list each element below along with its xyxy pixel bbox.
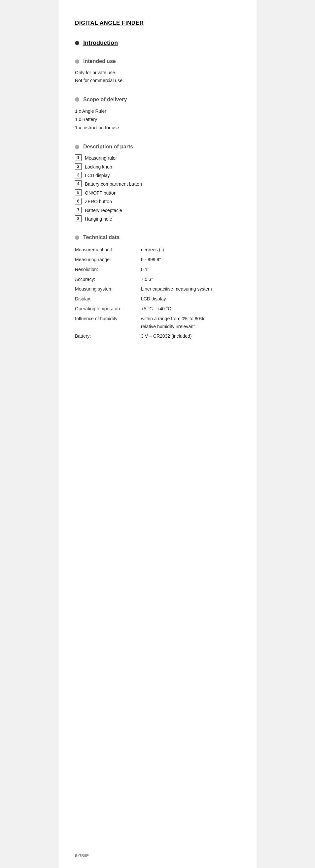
page: DIGITAL ANGLE FINDER Introduction Intend…: [58, 0, 257, 868]
introduction-title: Introduction: [83, 39, 118, 46]
part-number: 4: [75, 180, 82, 187]
tech-label: Influence of humidity:: [75, 314, 141, 332]
tech-value: 0 - 999.9°: [141, 255, 240, 265]
tech-label: Accuracy:: [75, 275, 141, 285]
tech-value: LCD display: [141, 294, 240, 304]
table-row: Operating temperature:+5 °C - +40 °C: [75, 304, 240, 314]
part-number: 5: [75, 189, 82, 196]
tech-value: 3 V ⎓ CR2032 (included): [141, 332, 240, 341]
bullet-tech: [75, 236, 79, 240]
tech-label: Display:: [75, 294, 141, 304]
table-row: Measuring system:Liner capacitive measur…: [75, 284, 240, 294]
tech-label: Battery:: [75, 332, 141, 341]
part-number: 1: [75, 154, 82, 161]
section-technical-data: Technical data Measurement unit:degrees …: [75, 235, 240, 341]
part-label: ON/OFF button: [85, 189, 117, 196]
list-item: 1Measuring ruler: [75, 154, 240, 162]
tech-label: Measurement unit:: [75, 245, 141, 255]
part-label: LCD display: [85, 172, 110, 179]
scope-title: Scope of delivery: [83, 97, 127, 102]
tech-value: Liner capacitive measuring system: [141, 284, 240, 294]
section-intended-use: Intended use Only for private use. Not f…: [75, 58, 240, 85]
tech-title: Technical data: [83, 235, 119, 240]
parts-body: 1Measuring ruler2Locking knob3LCD displa…: [75, 154, 240, 223]
part-number: 7: [75, 207, 82, 213]
tech-label: Resolution:: [75, 265, 141, 275]
table-row: Measuring range:0 - 999.9°: [75, 255, 240, 265]
part-number: 3: [75, 172, 82, 178]
tech-header: Technical data: [75, 235, 240, 240]
tech-table: Measurement unit:degrees (°)Measuring ra…: [75, 245, 240, 341]
tech-label: Measuring range:: [75, 255, 141, 265]
bullet-parts: [75, 145, 79, 149]
intended-use-body: Only for private use. Not for commercial…: [75, 69, 240, 85]
parts-header: Description of parts: [75, 144, 240, 150]
table-row: Display:LCD display: [75, 294, 240, 304]
table-row: Battery:3 V ⎓ CR2032 (included): [75, 332, 240, 341]
table-row: Resolution:0.1°: [75, 265, 240, 275]
scope-header: Scope of delivery: [75, 97, 240, 102]
part-label: Hanging hole: [85, 215, 112, 223]
list-item: 4Battery compartment button: [75, 180, 240, 188]
main-title: DIGITAL ANGLE FINDER: [75, 20, 240, 26]
intended-use-line-2: Not for commercial use.: [75, 77, 240, 85]
table-row: Accuracy:± 0.3°: [75, 275, 240, 285]
footer: 6 GB/IE: [75, 854, 89, 858]
part-number: 6: [75, 198, 82, 205]
bullet-intended-use: [75, 59, 79, 64]
intended-use-title: Intended use: [83, 58, 116, 64]
tech-value: degrees (°): [141, 245, 240, 255]
list-item: 1 x Battery: [75, 116, 240, 124]
list-item: 5ON/OFF button: [75, 189, 240, 196]
tech-value: +5 °C - +40 °C: [141, 304, 240, 314]
table-row: Influence of humidity:within a range fro…: [75, 314, 240, 332]
list-item: 7Battery receptacle: [75, 207, 240, 214]
intended-use-header: Intended use: [75, 58, 240, 64]
delivery-list: 1 x Angle Ruler 1 x Battery 1 x Instruct…: [75, 107, 240, 132]
intended-use-line-1: Only for private use.: [75, 69, 240, 77]
section-description-of-parts: Description of parts 1Measuring ruler2Lo…: [75, 144, 240, 223]
list-item: 1 x Instruction for use: [75, 124, 240, 132]
part-label: Measuring ruler: [85, 154, 117, 162]
bullet-scope: [75, 97, 79, 101]
part-label: Battery receptacle: [85, 207, 122, 214]
bullet-introduction: [75, 41, 79, 45]
part-number: 8: [75, 215, 82, 222]
tech-value: ± 0.3°: [141, 275, 240, 285]
tech-value: 0.1°: [141, 265, 240, 275]
tech-body: Measurement unit:degrees (°)Measuring ra…: [75, 245, 240, 341]
parts-list: 1Measuring ruler2Locking knob3LCD displa…: [75, 154, 240, 223]
tech-label: Measuring system:: [75, 284, 141, 294]
list-item: 6ZERO button: [75, 198, 240, 205]
list-item: 1 x Angle Ruler: [75, 107, 240, 116]
part-label: Battery compartment button: [85, 180, 142, 188]
introduction-header: Introduction: [75, 39, 240, 46]
section-scope-of-delivery: Scope of delivery 1 x Angle Ruler 1 x Ba…: [75, 97, 240, 132]
tech-value: within a range from 0% to 80%relative hu…: [141, 314, 240, 332]
parts-title: Description of parts: [83, 144, 133, 150]
scope-body: 1 x Angle Ruler 1 x Battery 1 x Instruct…: [75, 107, 240, 132]
section-introduction: Introduction: [75, 39, 240, 46]
part-label: Locking knob: [85, 163, 112, 170]
list-item: 2Locking knob: [75, 163, 240, 170]
tech-label: Operating temperature:: [75, 304, 141, 314]
list-item: 8Hanging hole: [75, 215, 240, 223]
list-item: 3LCD display: [75, 172, 240, 179]
part-number: 2: [75, 163, 82, 170]
part-label: ZERO button: [85, 198, 112, 205]
table-row: Measurement unit:degrees (°): [75, 245, 240, 255]
